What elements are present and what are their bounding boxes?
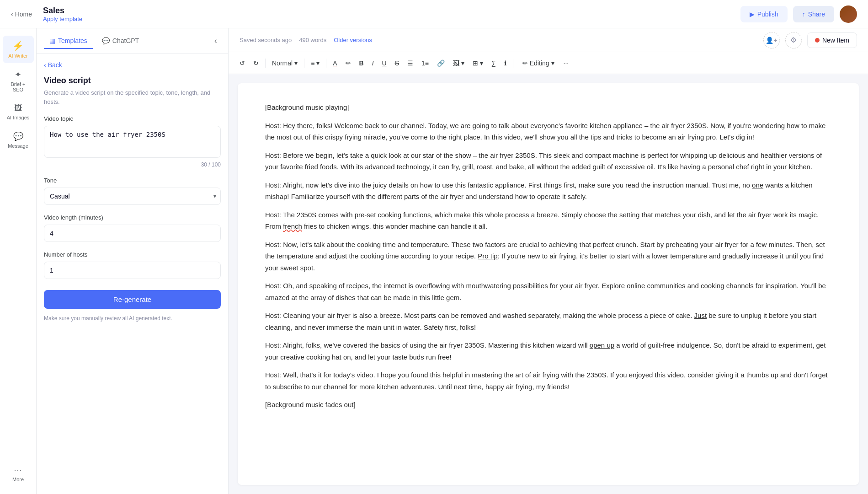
format-chevron-icon: ▾ — [294, 59, 298, 67]
format-label: Normal — [272, 59, 293, 67]
main-layout: ⚡ AI Writer ✦ Brief + SEO 🖼 AI Images 💬 … — [0, 28, 868, 494]
chatgpt-icon: 💬 — [102, 37, 110, 44]
ordered-list-button[interactable]: 1≡ — [418, 57, 432, 70]
paragraph-4: Host: The 2350S comes with pre-set cooki… — [265, 209, 831, 232]
align-button[interactable]: ≡ ▾ — [307, 57, 323, 70]
tone-select[interactable]: Casual Professional Funny Informative — [44, 188, 221, 205]
link-button[interactable]: 🔗 — [433, 57, 448, 70]
text-color-button[interactable]: A — [329, 57, 341, 70]
new-item-dot-icon — [815, 38, 820, 43]
editor-toolbar: ↺ ↻ Normal ▾ ≡ ▾ A ✏ B I U S ☰ 1≡ 🔗 🖼 ▾ … — [229, 52, 868, 74]
home-link[interactable]: ‹ Home — [11, 11, 32, 18]
user-add-button[interactable]: 👤+ — [763, 32, 780, 48]
regenerate-button[interactable]: Re-generate — [44, 290, 221, 309]
share-label: Share — [808, 11, 825, 18]
undo-button[interactable]: ↺ — [236, 57, 249, 70]
share-button[interactable]: ↑ Share — [793, 6, 834, 22]
video-length-group: Video length (minutes) — [44, 214, 221, 242]
table-button[interactable]: ⊞ ▾ — [469, 57, 487, 70]
num-hosts-input[interactable] — [44, 262, 221, 279]
new-item-label: New Item — [822, 37, 849, 44]
breadcrumb: Sales Apply template — [43, 6, 82, 22]
underline-button[interactable]: U — [378, 57, 390, 70]
paragraph-3: Host: Alright, now let's dive into the j… — [265, 179, 831, 203]
top-nav-actions: ▶ Publish ↑ Share — [740, 5, 857, 23]
editor-topbar-right: 👤+ ⚙ New Item — [763, 32, 857, 48]
publish-button[interactable]: ▶ Publish — [740, 6, 788, 22]
inline-just: Just — [694, 311, 707, 319]
inline-pro-tip: Pro tip — [478, 252, 497, 260]
more-toolbar-button[interactable]: ··· — [560, 57, 573, 70]
sidebar-item-message[interactable]: 💬 Message — [3, 127, 34, 153]
tone-select-wrap: Casual Professional Funny Informative ▾ — [44, 188, 221, 205]
sidebar-item-brief-seo[interactable]: ✦ Brief + SEO — [3, 65, 34, 97]
older-versions-link[interactable]: Older versions — [334, 37, 372, 43]
editor-content[interactable]: [Background music playing] Host: Hey the… — [238, 83, 859, 485]
panel: ▦ Templates 💬 ChatGPT ‹ ‹ Back Video scr… — [37, 28, 229, 494]
tab-templates-label: Templates — [58, 37, 87, 44]
info-button[interactable]: ℹ — [501, 57, 510, 70]
avatar[interactable] — [840, 5, 857, 23]
format-select-button[interactable]: Normal ▾ — [268, 58, 301, 69]
editor-topbar: Saved seconds ago 490 words Older versio… — [229, 28, 868, 52]
word-count: 490 words — [299, 37, 326, 43]
paragraph-2: Host: Before we begin, let's take a quic… — [265, 150, 831, 173]
panel-collapse-button[interactable]: ‹ — [211, 34, 221, 48]
editor-topbar-left: Saved seconds ago 490 words Older versio… — [240, 37, 372, 43]
more-dots-icon: ··· — [14, 465, 22, 475]
paragraph-0: [Background music playing] — [265, 102, 831, 113]
tab-templates[interactable]: ▦ Templates — [44, 33, 93, 49]
icon-sidebar: ⚡ AI Writer ✦ Brief + SEO 🖼 AI Images 💬 … — [0, 28, 37, 494]
toolbar-divider-1 — [265, 59, 266, 68]
sidebar-item-ai-writer[interactable]: ⚡ AI Writer — [3, 36, 34, 63]
tab-chatgpt-label: ChatGPT — [112, 37, 139, 44]
strikethrough-button[interactable]: S — [391, 57, 403, 70]
brief-icon: ✦ — [15, 70, 21, 80]
templates-icon: ▦ — [49, 37, 55, 44]
video-topic-label: Video topic — [44, 115, 221, 122]
paragraph-1: Host: Hey there, folks! Welcome back to … — [265, 120, 831, 143]
toolbar-divider-2 — [304, 59, 304, 68]
video-length-input[interactable] — [44, 225, 221, 242]
editing-label: Editing — [530, 59, 549, 67]
toolbar-divider-4 — [513, 59, 513, 68]
back-label: Back — [48, 61, 62, 69]
back-link[interactable]: ‹ Back — [44, 61, 221, 69]
image-button[interactable]: 🖼 ▾ — [449, 57, 468, 70]
new-item-button[interactable]: New Item — [807, 32, 857, 48]
inline-open-up: open up — [590, 341, 614, 349]
publish-label: Publish — [757, 11, 778, 18]
publish-icon: ▶ — [750, 11, 755, 18]
editing-mode-button[interactable]: ✏ Editing ▾ — [518, 58, 559, 69]
video-topic-input[interactable]: How to use the air fryer 2350S — [44, 126, 221, 158]
video-topic-group: Video topic How to use the air fryer 235… — [44, 115, 221, 168]
num-hosts-label: Number of hosts — [44, 251, 221, 258]
video-length-label: Video length (minutes) — [44, 214, 221, 221]
bold-button[interactable]: B — [356, 57, 367, 70]
inline-spellcheck-french: french — [283, 222, 302, 230]
ai-disclaimer: Make sure you manually review all AI gen… — [44, 314, 221, 322]
tab-chatgpt[interactable]: 💬 ChatGPT — [96, 33, 144, 49]
unordered-list-button[interactable]: ☰ — [404, 57, 417, 70]
sidebar-item-ai-images[interactable]: 🖼 AI Images — [3, 99, 34, 125]
saved-text: Saved seconds ago — [240, 37, 292, 43]
sidebar-item-more[interactable]: ··· More — [3, 461, 34, 487]
lightning-icon: ⚡ — [12, 40, 24, 51]
panel-tabs: ▦ Templates 💬 ChatGPT ‹ — [37, 28, 228, 54]
settings-button[interactable]: ⚙ — [785, 32, 802, 48]
editor-area: Saved seconds ago 490 words Older versio… — [229, 28, 868, 494]
highlight-button[interactable]: ✏ — [342, 57, 355, 70]
apply-template-subtitle[interactable]: Apply template — [43, 16, 82, 22]
redo-button[interactable]: ↻ — [250, 57, 262, 70]
tone-label: Tone — [44, 177, 221, 184]
top-nav: ‹ Home Sales Apply template ▶ Publish ↑ … — [0, 0, 868, 28]
num-hosts-group: Number of hosts — [44, 251, 221, 279]
image-icon: 🖼 — [14, 103, 22, 113]
tone-group: Tone Casual Professional Funny Informati… — [44, 177, 221, 205]
italic-button[interactable]: I — [368, 57, 378, 70]
formula-button[interactable]: ∑ — [488, 57, 500, 70]
paragraph-8: Host: Alright, folks, we've covered the … — [265, 339, 831, 363]
panel-section-desc: Generate a video script on the specified… — [44, 88, 221, 106]
char-count: 30 / 100 — [44, 161, 221, 168]
home-label[interactable]: Home — [15, 11, 32, 18]
